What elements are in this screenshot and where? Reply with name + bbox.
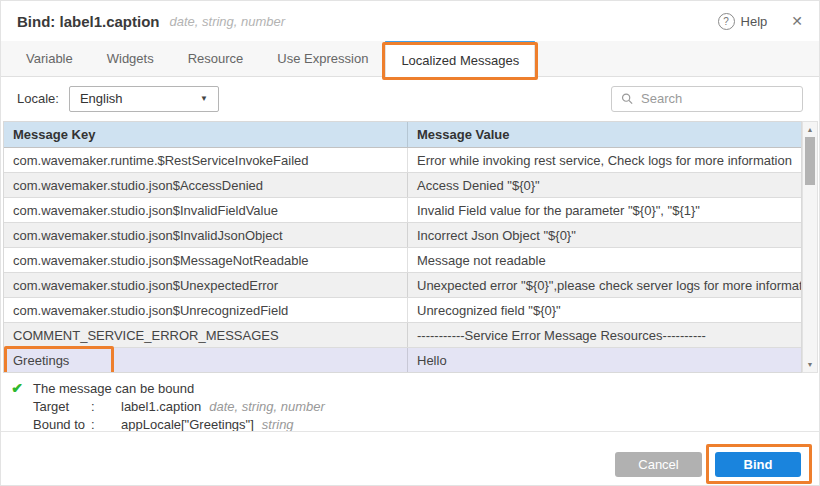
bound-to-value: appLocale["Greetings"] <box>121 417 254 432</box>
table-row[interactable]: com.wavemaker.studio.json$AccessDeniedAc… <box>4 173 801 198</box>
message-value-cell: Invalid Field value for the parameter "$… <box>407 198 801 222</box>
scrollbar-thumb[interactable] <box>805 137 815 185</box>
bound-to-type-hint: string <box>262 417 294 432</box>
check-icon: ✔ <box>1 380 33 396</box>
table-body: com.wavemaker.runtime.$RestServiceInvoke… <box>4 148 801 373</box>
message-value-cell: Incorrect Json Object "${0}" <box>407 223 801 247</box>
table-header: Message Key Message Value <box>4 122 801 148</box>
annotation-active-tab <box>382 42 538 80</box>
target-type-hint: date, string, number <box>209 399 325 414</box>
table-row[interactable]: com.wavemaker.studio.json$UnrecognizedFi… <box>4 298 801 323</box>
table-row[interactable]: COMMENT_SERVICE_ERROR_MESSAGES----------… <box>4 323 801 348</box>
message-key-cell: com.wavemaker.runtime.$RestServiceInvoke… <box>4 153 407 168</box>
tab-resource[interactable]: Resource <box>171 41 261 76</box>
table-row[interactable]: com.wavemaker.studio.json$MessageNotRead… <box>4 248 801 273</box>
table-row[interactable]: com.wavemaker.studio.json$UnexpectedErro… <box>4 273 801 298</box>
dialog-title-hint: date, string, number <box>170 14 286 29</box>
dialog-title: Bind: label1.caption <box>17 13 160 30</box>
bound-to-label: Bound to <box>33 417 91 432</box>
message-key-cell: Greetings <box>4 353 407 368</box>
message-value-cell: Unexpected error "${0}",please check ser… <box>407 273 801 297</box>
table-row[interactable]: GreetingsHello <box>4 348 801 373</box>
dialog-header: Bind: label1.caption date, string, numbe… <box>1 1 819 41</box>
column-header-message-key: Message Key <box>4 127 407 142</box>
binding-target-row: Target : label1.caption date, string, nu… <box>1 399 819 414</box>
message-key-cell: com.wavemaker.studio.json$AccessDenied <box>4 178 407 193</box>
locale-label: Locale: <box>17 91 59 106</box>
table-row[interactable]: com.wavemaker.runtime.$RestServiceInvoke… <box>4 148 801 173</box>
help-label: Help <box>741 14 768 29</box>
message-key-cell: com.wavemaker.studio.json$InvalidFieldVa… <box>4 203 407 218</box>
search-box[interactable] <box>611 86 803 112</box>
tab-widgets[interactable]: Widgets <box>90 41 171 76</box>
tab-bar: VariableWidgetsResourceUse ExpressionLoc… <box>1 41 819 77</box>
close-icon[interactable]: ✕ <box>791 13 803 29</box>
tab-localized-messages[interactable]: Localized Messages <box>385 41 535 77</box>
tab-variable[interactable]: Variable <box>9 41 90 76</box>
cancel-button[interactable]: Cancel <box>615 452 702 477</box>
scroll-up-icon[interactable]: ▲ <box>803 123 817 136</box>
help-icon: ? <box>718 13 735 30</box>
table-row[interactable]: com.wavemaker.studio.json$InvalidFieldVa… <box>4 198 801 223</box>
message-value-cell: Unrecognized field "${0}" <box>407 298 801 322</box>
message-key-cell: com.wavemaker.studio.json$InvalidJsonObj… <box>4 228 407 243</box>
bind-button[interactable]: Bind <box>715 452 801 477</box>
message-value-cell: Access Denied "${0}" <box>407 173 801 197</box>
help-button[interactable]: ? Help <box>718 13 768 30</box>
column-header-message-value: Message Value <box>407 122 801 147</box>
messages-table: Message Key Message Value com.wavemaker.… <box>3 121 802 373</box>
message-value-cell: Message not readable <box>407 248 801 272</box>
bind-dialog: Bind: label1.caption date, string, numbe… <box>0 0 820 486</box>
target-value: label1.caption <box>121 399 201 414</box>
locale-selected-value: English <box>80 91 123 106</box>
message-key-cell: COMMENT_SERVICE_ERROR_MESSAGES <box>4 328 407 343</box>
message-key-cell: com.wavemaker.studio.json$UnrecognizedFi… <box>4 303 407 318</box>
search-input[interactable] <box>639 90 793 107</box>
locale-dropdown[interactable]: English ▼ <box>69 86 219 112</box>
table-scrollbar[interactable]: ▲ ▼ <box>802 121 818 373</box>
toolbar: Locale: English ▼ <box>1 78 819 119</box>
message-value-cell: Hello <box>407 348 801 372</box>
bound-to-row: Bound to : appLocale["Greetings"] string <box>1 417 819 432</box>
message-key-cell: com.wavemaker.studio.json$MessageNotRead… <box>4 253 407 268</box>
scroll-down-icon[interactable]: ▼ <box>803 358 817 371</box>
table-row[interactable]: com.wavemaker.studio.json$InvalidJsonObj… <box>4 223 801 248</box>
message-value-cell: Error while invoking rest service, Check… <box>407 148 801 172</box>
dialog-footer: Cancel Bind <box>1 431 819 485</box>
message-value-cell: -----------Service Error Message Resourc… <box>407 323 801 347</box>
search-icon <box>621 92 633 105</box>
message-key-cell: com.wavemaker.studio.json$UnexpectedErro… <box>4 278 407 293</box>
caret-down-icon: ▼ <box>200 94 208 103</box>
target-label: Target <box>33 399 91 414</box>
binding-status-text: The message can be bound <box>33 381 194 396</box>
tab-use-expression[interactable]: Use Expression <box>260 41 385 76</box>
binding-info-panel: ✔ The message can be bound Target : labe… <box>1 373 819 431</box>
